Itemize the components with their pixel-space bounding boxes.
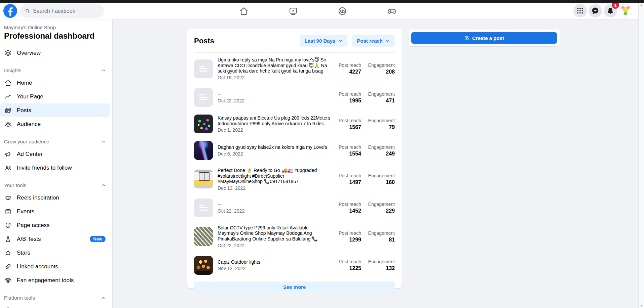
post-date: Oct 19, 2022 bbox=[218, 75, 330, 80]
post-thumbnail-text-placeholder bbox=[194, 199, 213, 217]
sidebar-item-posts[interactable]: Posts bbox=[0, 103, 110, 117]
post-reach-value: 1995 bbox=[337, 98, 361, 104]
post-date: Oct 22, 2022 bbox=[218, 98, 330, 103]
page-title: Professional dashboard bbox=[4, 31, 107, 41]
engagement-label: Engagement bbox=[367, 144, 395, 150]
post-row[interactable]: Kinsay paapas ani Electric Us plug 200 l… bbox=[194, 115, 395, 133]
audience-icon bbox=[4, 120, 12, 128]
nav-tab-gaming[interactable] bbox=[380, 5, 404, 17]
nav-tab-watch[interactable] bbox=[281, 5, 305, 17]
sidebar-item-reels-inspiration[interactable]: Reels inspiration bbox=[0, 191, 110, 205]
chevron-up-icon[interactable] bbox=[101, 183, 106, 188]
post-row[interactable]: --Oct 22, 2022Post reach1995Engagement47… bbox=[194, 88, 395, 107]
sidebar-section-insights[interactable]: Insights bbox=[0, 65, 112, 76]
chevron-up-icon[interactable] bbox=[101, 295, 106, 301]
sidebar-item-home[interactable]: Home bbox=[0, 76, 110, 90]
sidebar-item-label: Fan engagement tools bbox=[17, 277, 106, 284]
engagement-value: 471 bbox=[367, 98, 395, 104]
sidebar-item-your-page[interactable]: Your Page bbox=[0, 90, 110, 103]
post-text: Perfect Done 👌 Ready to Go 🚚🚛 #upgraded … bbox=[218, 168, 330, 184]
chevron-down-icon bbox=[338, 39, 343, 43]
sidebar-item-label: Your Page bbox=[17, 93, 106, 100]
search-input[interactable] bbox=[33, 8, 93, 14]
post-row[interactable]: --Oct 22, 2022Post reach1452Engagement22… bbox=[194, 199, 395, 217]
scroll-up-icon[interactable]: ▲ bbox=[640, 3, 643, 7]
apps-menu-button[interactable] bbox=[573, 4, 587, 17]
groups-icon bbox=[338, 6, 347, 16]
post-thumbnail-text-placeholder bbox=[194, 59, 213, 78]
post-text: Kinsay paapas ani Electric Us plug 200 l… bbox=[218, 115, 330, 126]
browser-top-strip bbox=[0, 0, 644, 3]
post-reach-value: 1554 bbox=[337, 151, 361, 157]
home-icon bbox=[4, 79, 12, 87]
sidebar-item-linked-accounts[interactable]: Linked accounts bbox=[0, 260, 110, 273]
post-row[interactable]: Daghan gyud syay kalse2x na kolors mga m… bbox=[194, 141, 395, 160]
notifications-button[interactable]: 1 bbox=[604, 4, 617, 17]
nav-tab-home-nav[interactable] bbox=[232, 5, 256, 17]
section-label: Platform tools bbox=[4, 295, 35, 301]
posts-panel: Posts Last 90 Days Post reach Ugma nko r… bbox=[187, 29, 402, 288]
sidebar-item-audience[interactable]: Audience bbox=[0, 117, 110, 131]
sidebar-item-ad-center[interactable]: Ad Center bbox=[0, 147, 110, 161]
post-text: Daghan gyud syay kalse2x na kolors mga m… bbox=[218, 144, 330, 150]
post-thumbnail-lights-colorful bbox=[194, 115, 213, 133]
sidebar-item-overview[interactable]: Overview bbox=[0, 46, 110, 60]
section-label: Grow your audience bbox=[4, 139, 49, 144]
profile-avatar[interactable] bbox=[619, 4, 632, 17]
post-row[interactable]: Capiz Outdoor lightsNov 12, 2022Post rea… bbox=[194, 256, 395, 275]
sidebar-item-label: Invite friends to follow bbox=[17, 165, 106, 171]
top-navigation-bar: 1 bbox=[0, 3, 644, 19]
megaphone-icon bbox=[4, 150, 12, 158]
engagement-label: Engagement bbox=[367, 62, 395, 68]
post-row[interactable]: Solar CCTV type P299 only Retail Availab… bbox=[194, 225, 395, 248]
post-reach-value: 1567 bbox=[337, 124, 361, 130]
sidebar-item-invite-friends-to-follow[interactable]: Invite friends to follow bbox=[0, 161, 110, 175]
sidebar-section-your-tools[interactable]: Your tools bbox=[0, 180, 112, 191]
gaming-icon bbox=[387, 6, 396, 16]
see-more-button[interactable]: See more bbox=[194, 281, 395, 293]
post-date: Oct 22, 2022 bbox=[218, 243, 330, 248]
post-row[interactable]: Perfect Done 👌 Ready to Go 🚚🚛 #upgraded … bbox=[194, 168, 395, 191]
post-text: Solar CCTV type P299 only Retail Availab… bbox=[218, 225, 330, 242]
create-post-button[interactable]: Create a post bbox=[411, 32, 557, 44]
chevron-down-icon bbox=[385, 39, 390, 43]
sidebar-item-label: Posts bbox=[17, 107, 106, 114]
sidebar-item-label: Overview bbox=[17, 50, 106, 56]
grid-menu-icon bbox=[576, 7, 584, 14]
sidebar-section-grow-your-audience[interactable]: Grow your audience bbox=[0, 136, 112, 147]
sidebar-item-a-b-tests[interactable]: A/B TestsNew bbox=[0, 232, 110, 246]
sidebar-item-fan-engagement-tools[interactable]: Fan engagement tools bbox=[0, 273, 110, 287]
sidebar-item-meta-business-suite[interactable]: Meta Business Suite↗ bbox=[0, 303, 110, 308]
post-thumbnail-text-placeholder bbox=[194, 88, 213, 107]
post-thumbnail-capiz bbox=[194, 256, 213, 275]
sidebar-item-stars[interactable]: Stars bbox=[0, 246, 110, 260]
post-thumbnail-solar bbox=[194, 170, 213, 188]
chevron-up-icon[interactable] bbox=[101, 139, 106, 144]
chevron-up-icon[interactable] bbox=[101, 68, 106, 73]
home-nav-icon bbox=[239, 6, 249, 16]
nav-tab-groups[interactable] bbox=[331, 5, 354, 17]
post-text: -- bbox=[218, 91, 330, 97]
search-bar[interactable] bbox=[20, 4, 104, 18]
sidebar-section-platform-tools[interactable]: Platform tools bbox=[0, 292, 112, 303]
butterfly-icon bbox=[4, 194, 12, 202]
post-thumbnail-lights-blue bbox=[194, 141, 213, 160]
posts-icon bbox=[4, 106, 12, 115]
post-reach-label: Post reach bbox=[337, 144, 361, 150]
engagement-label: Engagement bbox=[367, 118, 395, 123]
post-row[interactable]: Ugma nko reply sa mga Na Pm mga my love'… bbox=[194, 57, 395, 80]
sidebar-item-events[interactable]: Events bbox=[0, 205, 110, 218]
main-nav-tabs bbox=[232, 5, 404, 17]
engagement-value: 160 bbox=[367, 179, 395, 185]
window-scrollbar[interactable]: ▲ ▼ bbox=[638, 3, 644, 308]
messenger-button[interactable] bbox=[589, 4, 602, 17]
sidebar-item-page-access[interactable]: Page access bbox=[0, 218, 110, 232]
flask-icon bbox=[4, 235, 12, 243]
date-range-dropdown[interactable]: Last 90 Days bbox=[300, 35, 348, 47]
facebook-logo[interactable] bbox=[3, 4, 17, 18]
scroll-down-icon[interactable]: ▼ bbox=[640, 304, 643, 307]
engagement-value: 208 bbox=[367, 69, 395, 75]
sidebar: Maymay's Online Shop Professional dashbo… bbox=[0, 19, 112, 308]
post-reach-value: 1497 bbox=[337, 179, 361, 185]
metric-dropdown[interactable]: Post reach bbox=[352, 35, 395, 47]
